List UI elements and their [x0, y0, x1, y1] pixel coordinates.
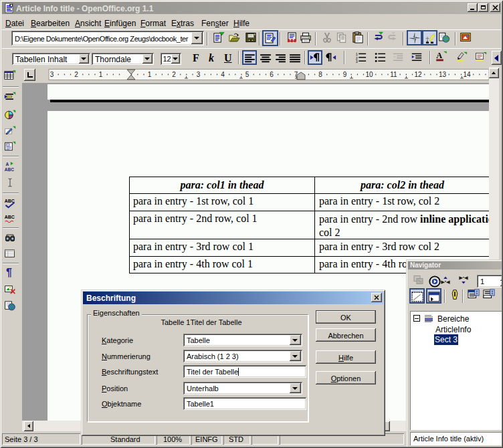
svg-text:13: 13	[439, 71, 447, 78]
svg-text:4: 4	[221, 71, 225, 78]
svg-text:3: 3	[50, 71, 54, 78]
svg-text:ABC: ABC	[5, 199, 15, 203]
svg-text:ABC: ABC	[5, 167, 14, 172]
svg-text:2: 2	[172, 71, 176, 78]
svg-text:3: 3	[356, 60, 358, 64]
svg-text:3: 3	[197, 71, 201, 78]
svg-text:ABC: ABC	[5, 215, 15, 219]
svg-text:1: 1	[148, 71, 152, 78]
svg-text:12: 12	[414, 71, 422, 78]
svg-text:10: 10	[365, 71, 373, 78]
svg-text:2: 2	[74, 71, 78, 78]
svg-text:14: 14	[463, 71, 471, 78]
svg-text:6: 6	[270, 71, 274, 78]
svg-text:9: 9	[343, 71, 347, 78]
svg-text:A: A	[436, 51, 442, 60]
svg-text:1: 1	[99, 71, 103, 78]
svg-text:5: 5	[245, 71, 249, 78]
svg-text:11: 11	[390, 71, 397, 78]
svg-text:A: A	[5, 162, 9, 166]
svg-text:8: 8	[318, 71, 322, 78]
